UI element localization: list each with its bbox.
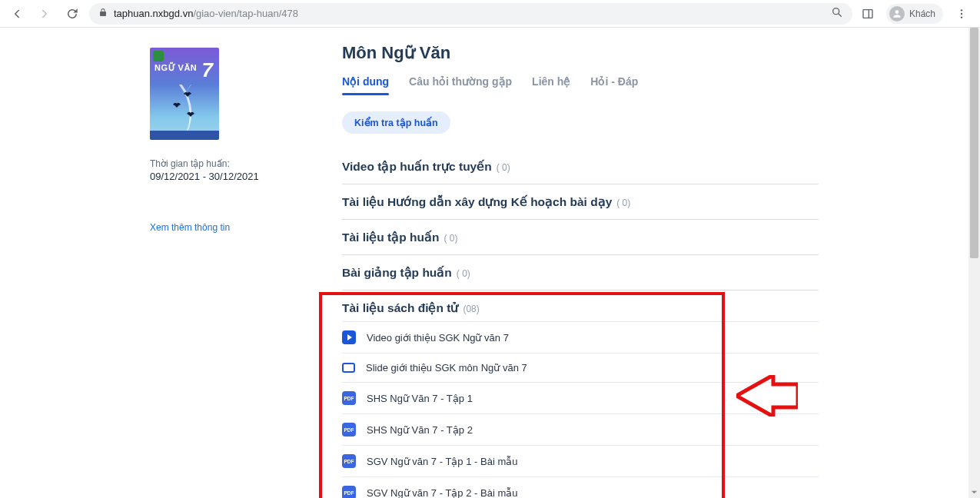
video-icon: [342, 330, 356, 344]
doc-label: SGV Ngữ văn 7 - Tập 2 - Bài mẫu: [367, 487, 517, 499]
doc-label: SHS Ngữ Văn 7 - Tập 1: [367, 393, 473, 404]
svg-point-3: [961, 12, 962, 14]
section-training-material[interactable]: Tài liệu tập huấn ( 0): [342, 220, 819, 255]
avatar-icon: [889, 6, 905, 22]
training-test-button[interactable]: Kiểm tra tập huấn: [342, 111, 450, 134]
browser-toolbar: taphuan.nxbgd.vn/giao-vien/tap-huan/478 …: [0, 0, 980, 28]
section-count: ( 0): [616, 198, 630, 208]
section-count: ( 0): [497, 162, 510, 173]
kebab-menu-icon[interactable]: [952, 5, 971, 23]
section-count: ( 0): [443, 233, 457, 244]
tab-qa[interactable]: Hỏi - Đáp: [590, 75, 638, 95]
section-title: Bài giảng tập huấn: [342, 266, 452, 280]
tab-bar: Nội dung Câu hỏi thường gặp Liên hệ Hỏi …: [342, 75, 819, 96]
pdf-icon: PDF: [342, 423, 356, 437]
list-item[interactable]: PDF SHS Ngữ Văn 7 - Tập 2: [342, 413, 819, 445]
page-title: Môn Ngữ Văn: [342, 43, 819, 63]
doc-label: SGV Ngữ văn 7 - Tập 1 - Bài mẫu: [367, 456, 517, 467]
scroll-down-icon[interactable]: [968, 486, 980, 498]
reload-button[interactable]: [61, 3, 83, 25]
section-video-training[interactable]: Video tập huấn trực tuyến ( 0): [342, 149, 819, 184]
pdf-icon: PDF: [342, 391, 356, 405]
cover-title: NGỮ VĂN: [154, 63, 197, 73]
svg-point-4: [961, 16, 962, 18]
book-cover: NGỮ VĂN 7: [150, 48, 219, 140]
profile-label: Khách: [909, 8, 935, 19]
pdf-icon: PDF: [342, 454, 356, 468]
chrome-right-icons: Khách: [859, 4, 974, 24]
list-item[interactable]: Slide giới thiệu SGK môn Ngữ văn 7: [342, 353, 819, 382]
list-item[interactable]: PDF SGV Ngữ văn 7 - Tập 1 - Bài mẫu: [342, 445, 819, 476]
svg-point-2: [961, 9, 962, 11]
zoom-icon[interactable]: [831, 6, 843, 21]
back-button[interactable]: [6, 3, 28, 25]
more-info-link[interactable]: Xem thêm thông tin: [150, 222, 230, 233]
url-text: taphuan.nxbgd.vn/giao-vien/tap-huan/478: [114, 8, 825, 19]
section-ebook-header[interactable]: Tài liệu sách điện tử (08): [342, 301, 819, 315]
doc-label: Video giới thiệu SGK Ngữ văn 7: [367, 332, 509, 344]
doc-label: SHS Ngữ Văn 7 - Tập 2: [367, 424, 473, 436]
list-item[interactable]: PDF SGV Ngữ văn 7 - Tập 2 - Bài mẫu: [342, 476, 819, 498]
section-title: Tài liệu tập huấn: [342, 231, 439, 244]
training-period-label: Thời gian tập huấn:: [150, 158, 288, 169]
section-title: Video tập huấn trực tuyến: [342, 160, 492, 174]
course-main: Môn Ngữ Văn Nội dung Câu hỏi thường gặp …: [342, 43, 819, 498]
section-training-lecture[interactable]: Bài giảng tập huấn ( 0): [342, 255, 819, 290]
section-count: (08): [463, 304, 479, 314]
scrollbar-thumb[interactable]: [970, 28, 978, 258]
svg-point-0: [833, 8, 839, 15]
svg-rect-1: [863, 9, 872, 18]
doc-label: Slide giới thiệu SGK môn Ngữ văn 7: [366, 362, 527, 374]
section-title: Tài liệu Hướng dẫn xây dựng Kế hoạch bài…: [342, 195, 612, 209]
section-count: ( 0): [457, 268, 470, 279]
cover-number: 7: [202, 58, 213, 82]
tab-contact[interactable]: Liên hệ: [532, 75, 570, 95]
training-period-dates: 09/12/2021 - 30/12/2021: [150, 171, 288, 182]
profile-chip[interactable]: Khách: [886, 4, 943, 24]
course-sidebar: NGỮ VĂN 7 Thời gian tập huấn: 09/12/2021…: [150, 43, 288, 498]
slide-icon: [342, 363, 355, 373]
list-item[interactable]: PDF SHS Ngữ Văn 7 - Tập 1: [342, 382, 819, 413]
lock-icon: [98, 7, 108, 20]
vertical-scrollbar[interactable]: [968, 28, 980, 498]
tab-content[interactable]: Nội dung: [342, 75, 389, 95]
section-lesson-plan-guide[interactable]: Tài liệu Hướng dẫn xây dựng Kế hoạch bài…: [342, 184, 819, 220]
list-item[interactable]: Video giới thiệu SGK Ngữ văn 7: [342, 321, 819, 353]
section-title: Tài liệu sách điện tử: [342, 301, 458, 315]
address-bar[interactable]: taphuan.nxbgd.vn/giao-vien/tap-huan/478: [89, 3, 852, 25]
section-ebook: Tài liệu sách điện tử (08) Video giới th…: [342, 290, 819, 498]
pdf-icon: PDF: [342, 486, 356, 498]
tab-faq[interactable]: Câu hỏi thường gặp: [409, 75, 512, 95]
ebook-list: Video giới thiệu SGK Ngữ văn 7 Slide giớ…: [342, 321, 819, 498]
panel-icon[interactable]: [859, 5, 877, 23]
forward-button[interactable]: [34, 3, 55, 25]
